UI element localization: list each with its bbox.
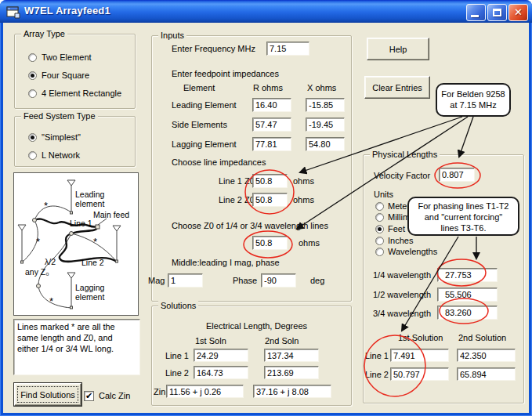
half-wl-field[interactable] <box>437 288 498 302</box>
sol-line1-label: Line 1 <box>165 351 189 361</box>
maximize-icon <box>493 9 501 16</box>
velocity-factor-label: Velocity Factor <box>374 171 430 181</box>
minimize-icon <box>471 15 479 17</box>
middle-leading-label: Middle:leading I mag, phase <box>172 258 280 268</box>
radio-simplest-label[interactable]: "Simplest" <box>42 132 81 143</box>
half-wl-label: 1/2 wavelength <box>373 290 431 300</box>
sol-line1-2nd-field[interactable] <box>264 349 319 362</box>
radio-simplest[interactable] <box>28 133 37 142</box>
radio-four-square[interactable] <box>28 71 37 80</box>
radio-inches-label[interactable]: Inches <box>388 236 413 246</box>
phys-line1-1st-field[interactable] <box>390 349 449 362</box>
phasing-callout: For phasing lines T1-T2 and "current for… <box>407 197 519 236</box>
mag-label: Mag <box>148 276 165 286</box>
sol-line2-1st-field[interactable] <box>194 366 248 379</box>
titlebar[interactable]: W7EL Arrayfeed1 ✕ <box>0 0 532 23</box>
diagram-line2-label: Line 2 <box>81 258 104 267</box>
frequency-input[interactable] <box>266 42 309 56</box>
phys-line1-2nd-field[interactable] <box>457 349 516 362</box>
choose-line-impedances-label: Choose line impedances <box>172 157 266 168</box>
zin-2nd-field[interactable] <box>253 385 331 398</box>
deg-label: deg <box>310 276 324 286</box>
radio-4-element-rectangle-label[interactable]: 4 Element Rectangle <box>42 89 121 99</box>
radio-two-element-label[interactable]: Two Element <box>42 52 92 63</box>
window-title: W7EL Arrayfeed1 <box>24 5 110 16</box>
quarter-wave-z0-input[interactable] <box>252 236 288 250</box>
belden-callout-line2: at 7.15 MHz <box>437 99 509 110</box>
sol-line2-2nd-field[interactable] <box>264 366 319 379</box>
radio-4-element-rectangle[interactable] <box>28 89 37 98</box>
side-elements-label: Side Elements <box>172 120 227 130</box>
line2-ohms-label: ohms <box>293 195 314 205</box>
calc-zin-checkbox[interactable] <box>84 391 94 401</box>
feed-system-type-group-label: Feed System Type <box>21 111 98 121</box>
radio-inches[interactable] <box>375 237 384 245</box>
phasing-callout-line3: lines T3-T6. <box>409 222 518 233</box>
array-type-group-label: Array Type <box>21 29 67 39</box>
mag-input[interactable] <box>168 273 203 288</box>
frequency-label: Enter Frequency MHz <box>172 44 255 54</box>
diagram-star-3: * <box>93 236 97 248</box>
radio-four-square-label[interactable]: Four Square <box>42 71 89 81</box>
line2-z0-input[interactable] <box>252 193 288 207</box>
find-solutions-button[interactable]: Find Solutions <box>14 383 81 406</box>
note-box: Lines marked * are all the same length a… <box>13 319 140 375</box>
r-ohms-column-header: R ohms <box>253 83 283 93</box>
belden-callout: For Belden 9258 at 7.15 MHz <box>436 83 511 117</box>
close-button[interactable]: ✕ <box>508 4 528 21</box>
choose-z0-label: Choose Z0 of 1/4 or 3/4 wavelength lines <box>172 221 328 231</box>
feed-diagram: Leading element Main feed Line 1 Line 2 … <box>14 173 138 315</box>
sol-line1-1st-field[interactable] <box>194 349 248 362</box>
side-r-input[interactable] <box>252 118 291 132</box>
diagram-star-2: * <box>36 236 40 248</box>
phys-line2-1st-field[interactable] <box>390 367 449 381</box>
line1-z0-input[interactable] <box>252 174 288 188</box>
radio-wavelengths[interactable] <box>375 248 384 256</box>
diagram-leading-label-1: Leading <box>75 190 105 199</box>
quarter-wl-field[interactable] <box>437 268 498 282</box>
minimize-button[interactable] <box>466 4 486 21</box>
z0-ohms-label: ohms <box>299 238 320 248</box>
radio-wavelengths-label[interactable]: Wavelengths <box>388 247 437 257</box>
phys-line2-2nd-field[interactable] <box>457 367 516 381</box>
phasing-callout-line1: For phasing lines T1-T2 <box>409 201 518 212</box>
radio-l-network-label[interactable]: L Network <box>42 150 80 161</box>
diagram-star-1: * <box>44 200 48 212</box>
lagging-x-input[interactable] <box>306 137 345 151</box>
radio-millimeters[interactable] <box>375 213 384 222</box>
maximize-button[interactable] <box>487 4 507 21</box>
solutions-group-label: Solutions <box>158 301 198 311</box>
second-solution-header: 2nd Solution <box>458 333 506 343</box>
leading-element-label: Leading Element <box>172 100 237 110</box>
zin-1st-field[interactable] <box>166 385 244 398</box>
sol-line2-label: Line 2 <box>165 368 189 378</box>
help-button[interactable]: Help <box>367 38 429 60</box>
phase-input[interactable] <box>261 273 296 288</box>
radio-feet-label[interactable]: Feet <box>388 224 405 234</box>
second-soln-header: 2nd Soln <box>265 336 299 346</box>
leading-r-input[interactable] <box>252 98 291 112</box>
units-label: Units <box>374 190 393 200</box>
phys-line1-label: Line 1 <box>365 351 389 361</box>
lagging-r-input[interactable] <box>252 137 291 151</box>
line2-z0-label: Line 2 Z0 <box>219 195 255 205</box>
phase-label: Phase <box>233 276 257 286</box>
clear-entries-button[interactable]: Clear Entries <box>364 76 430 99</box>
three-quarter-wl-label: 3/4 wavelength <box>373 309 431 319</box>
line1-ohms-label: ohms <box>293 176 314 186</box>
leading-x-input[interactable] <box>306 98 345 112</box>
radio-l-network[interactable] <box>28 151 37 160</box>
app-icon <box>6 5 20 19</box>
feed-diagram-image: Leading element Main feed Line 1 Line 2 … <box>13 172 139 316</box>
radio-meters[interactable] <box>375 202 384 211</box>
diagram-any-z0-label: any Z₀ <box>25 267 49 277</box>
first-solution-header: 1st Solution <box>398 333 443 343</box>
calc-zin-label[interactable]: Calc Zin <box>99 391 130 401</box>
velocity-factor-input[interactable] <box>439 168 475 182</box>
diagram-leading-label-2: element <box>75 199 104 208</box>
radio-feet[interactable] <box>375 225 384 233</box>
radio-two-element[interactable] <box>28 53 37 62</box>
inputs-group-label: Inputs <box>158 31 186 41</box>
three-quarter-wl-field[interactable] <box>437 306 498 320</box>
side-x-input[interactable] <box>306 118 345 132</box>
